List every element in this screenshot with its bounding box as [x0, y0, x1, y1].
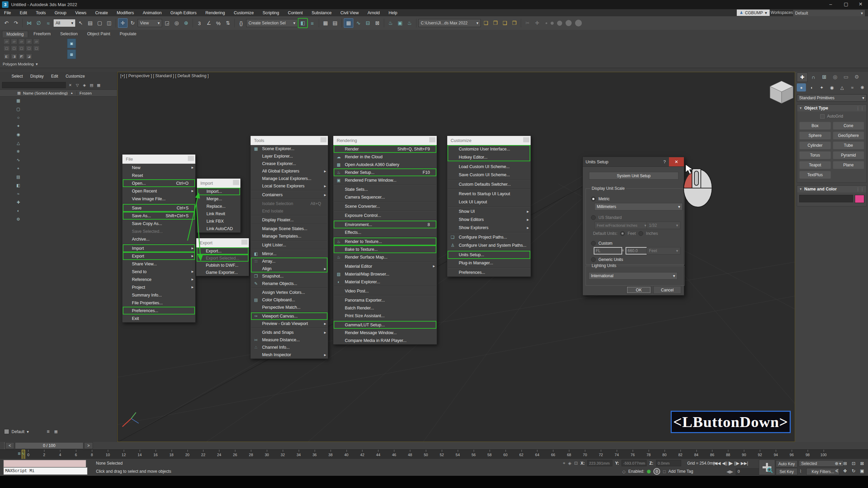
menubar-item-customize[interactable]: Customize — [234, 11, 254, 15]
project-path-dropdown[interactable]: C:\Users\JI...ds Max 2022 ▾ — [418, 19, 481, 27]
ribbon-tab-freeform[interactable]: Freeform — [29, 31, 55, 37]
frame-tick[interactable]: 24 — [211, 450, 227, 459]
menu-item-color-clipboard[interactable]: ▤Color Clipboard... — [251, 296, 328, 304]
explorer-filter-icon[interactable]: ◧ — [16, 183, 20, 188]
menu-item-reset[interactable]: Reset — [122, 171, 195, 179]
menu-item-render-message-window[interactable]: Render Message Window... — [333, 329, 437, 337]
custom-radio-row[interactable]: Custom — [591, 241, 612, 246]
menu-item-compare-media-in-ram-player[interactable]: Compare Media in RAM Player... — [333, 337, 437, 344]
menu-item-link-revit[interactable]: Link Revit — [197, 210, 240, 218]
us-standard-radio-row[interactable]: US Standard — [591, 215, 622, 220]
menu-item-archive[interactable]: Archive... — [122, 235, 195, 243]
menu-item-open-recent[interactable]: Open Recent▶ — [122, 187, 195, 195]
selection-lock-icon[interactable]: ◈ — [568, 461, 571, 466]
next-frame-icon[interactable]: ||▶ — [734, 461, 739, 466]
frame-tick[interactable]: 14 — [132, 450, 147, 459]
menubar-item-edit[interactable]: Edit — [20, 11, 27, 15]
helpers-icon[interactable]: △ — [837, 83, 847, 92]
select-and-scale-icon[interactable]: ◲ — [163, 19, 172, 27]
object-type-header[interactable]: ▼ Object Type ⋮⋮ — [797, 105, 866, 111]
menu-item-open[interactable]: Open...Ctrl+O — [122, 179, 195, 187]
frame-tick[interactable]: 4 — [52, 450, 68, 459]
menu-item-configure-user-and-system-paths[interactable]: ♙Configure User and System Paths... — [447, 241, 531, 249]
ribbon-tab-object-paint[interactable]: Object Paint — [83, 31, 114, 37]
project-folder-icon[interactable]: ❑ — [500, 19, 509, 27]
user-account-dropdown[interactable]: ♟ CGBUMP ▾ — [737, 9, 770, 16]
menu-item-plug-in-manager[interactable]: Plug-in Manager... — [447, 259, 531, 267]
frame-tick[interactable]: 42 — [354, 450, 370, 459]
menu-item-all-global-explorers[interactable]: All Global Explorers▶ — [251, 167, 328, 175]
set-key-button[interactable]: Set Key — [776, 468, 797, 475]
explorer-filter-icon[interactable]: ⌖ — [17, 166, 20, 171]
menu-item-preview-grab-viewport[interactable]: Preview - Grab Viewport▶ — [251, 320, 328, 327]
systems-icon[interactable]: ❋ — [858, 83, 867, 92]
menubar-item-content[interactable]: Content — [288, 11, 303, 15]
menu-item-show-ui[interactable]: Show UI▶ — [447, 207, 531, 216]
feet-radio[interactable] — [620, 231, 625, 236]
menu-item-crease-explorer[interactable]: Crease Explorer... — [251, 160, 328, 167]
menu-item-panorama-exporter[interactable]: Panorama Exporter... — [333, 296, 437, 304]
menu-item-state-sets[interactable]: State Sets... — [333, 185, 437, 193]
metric-radio-row[interactable]: Metric — [591, 197, 610, 201]
explorer-filter-icon[interactable]: ❄ — [17, 149, 20, 154]
frame-tick[interactable]: 90 — [736, 450, 752, 459]
frame-tick[interactable]: 68 — [561, 450, 577, 459]
generic-units-radio[interactable] — [591, 257, 596, 262]
frame-tick[interactable]: 100 — [815, 450, 831, 459]
align-icon[interactable]: ≡ — [308, 19, 317, 27]
menu-item-file-properties[interactable]: File Properties... — [122, 299, 195, 307]
next-key-button[interactable]: > — [84, 442, 93, 449]
menubar-item-rendering[interactable]: Rendering — [205, 11, 225, 15]
menu-item-send-to[interactable]: Send to▶ — [122, 268, 195, 276]
custom-name-input[interactable]: FL — [594, 247, 622, 255]
layer-color-swatch[interactable] — [4, 429, 9, 434]
menu-item-gamma-lut-setup[interactable]: Gamma/LUT Setup... — [333, 321, 437, 329]
motion-tab-icon[interactable]: ◎ — [830, 73, 840, 81]
select-object-icon[interactable]: ↖ — [76, 19, 85, 27]
zoom-icon[interactable]: ⊕ — [832, 460, 841, 467]
explorer-filter-icon[interactable]: ▢ — [16, 107, 20, 111]
explorer-filter-icon[interactable]: ▤ — [16, 175, 20, 179]
menu-item-assign-vertex-colors[interactable]: Assign Vertex Colors... — [251, 289, 328, 296]
frame-tick[interactable]: 72 — [593, 450, 609, 459]
previous-frame-icon[interactable]: ◀|| — [722, 461, 727, 466]
object-name-field[interactable] — [799, 195, 853, 202]
frame-tick[interactable]: 78 — [640, 450, 656, 459]
menu-item-light-lister[interactable]: Light Lister... — [251, 241, 328, 249]
explorer-filter-icon[interactable]: △ — [17, 141, 20, 145]
cameras-icon[interactable]: ◉ — [827, 83, 836, 92]
frame-tick[interactable]: 88 — [720, 450, 736, 459]
custom-radio[interactable] — [591, 241, 596, 246]
menubar-item-views[interactable]: Views — [75, 11, 86, 15]
menu-item-hotkey-editor[interactable]: Hotkey Editor... — [447, 153, 531, 161]
menu-item-local-scene-explorers[interactable]: Local Scene Explorers▶ — [251, 182, 328, 190]
cone-button[interactable]: Cone — [833, 122, 865, 130]
ok-button[interactable]: OK — [626, 286, 651, 294]
frame-tick[interactable]: 32 — [275, 450, 291, 459]
menu-item-save[interactable]: SaveCtrl+S — [122, 204, 195, 212]
menu-item-mesh-inspector[interactable]: Mesh Inspector▶ — [251, 351, 328, 359]
explorer-filter-icon[interactable]: ○ — [17, 115, 19, 120]
menu-item-bake-to-texture[interactable]: Bake to Texture... — [333, 245, 437, 253]
ribbon-tab-modeling[interactable]: Modeling — [2, 31, 28, 37]
minimize-button[interactable]: – — [824, 1, 837, 7]
menu-item-array[interactable]: ∷Array... — [251, 258, 328, 265]
menu-item-containers[interactable]: Containers▶ — [251, 191, 328, 199]
workspace-dropdown[interactable]: Default ▾ — [793, 9, 865, 17]
search-clear-icon[interactable]: ✕ — [67, 83, 73, 87]
frame-tick[interactable]: 84 — [688, 450, 704, 459]
menu-item-exposure-control[interactable]: Exposure Control... — [333, 211, 437, 219]
orbit-icon[interactable]: ↻ — [849, 467, 858, 474]
menu-item-render-setup[interactable]: ♨Render Setup...F10 — [333, 168, 437, 176]
key-filter-icon[interactable]: ⌇ — [800, 469, 802, 474]
prev-key-button[interactable]: < — [5, 442, 14, 449]
active-layer-widget[interactable]: Default ▾ ≣ ▦ — [4, 429, 59, 434]
menu-item-revert-to-startup-ui-layout[interactable]: Revert to Startup UI Layout — [447, 190, 531, 198]
menu-item-share-view[interactable]: Share View... — [122, 260, 195, 268]
undo-icon[interactable]: ↶ — [2, 19, 11, 27]
cancel-button[interactable]: Cancel — [653, 286, 681, 294]
frame-tick[interactable]: 36 — [307, 450, 322, 459]
snap-3d-icon[interactable]: 3 — [195, 19, 204, 27]
menu-item-material-explorer[interactable]: ◐Material Explorer... — [333, 278, 437, 286]
textplus-button[interactable]: TextPlus — [799, 171, 831, 179]
